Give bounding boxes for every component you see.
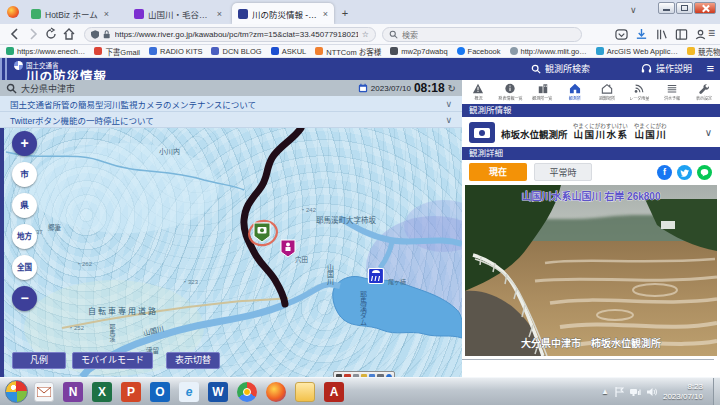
home-icon[interactable]: [62, 27, 76, 41]
sidebar-icon[interactable]: [675, 28, 688, 41]
tab-close-icon[interactable]: ×: [102, 9, 109, 19]
camera-image[interactable]: 山国川水系山国川 右岸 26k800 大分県中津市 柿坂水位観測所: [465, 185, 717, 356]
account-icon[interactable]: [694, 28, 707, 41]
tab-overflow-chevron-icon[interactable]: ∨: [630, 5, 637, 15]
station-summary-row[interactable]: 柿坂水位観測所山国川水系やまくにがわすいけい山国川やまくにがわ ∨: [462, 117, 720, 147]
scale-pref-button[interactable]: 県: [12, 193, 37, 218]
outlook-icon[interactable]: O: [150, 382, 170, 402]
area-search-input[interactable]: 大分県中津市: [21, 82, 358, 95]
menu-station-list[interactable]: 観測所一覧: [527, 80, 559, 104]
bookmark-star-icon[interactable]: ☆: [362, 30, 369, 39]
url-bar[interactable]: https://www.river.go.jp/kawabou/pc/tm?zm…: [84, 27, 376, 42]
url-text[interactable]: https://www.river.go.jp/kawabou/pc/tm?zm…: [115, 30, 358, 39]
forward-icon[interactable]: [26, 27, 40, 41]
chevron-down-icon[interactable]: ∨: [445, 115, 452, 125]
menu-icon[interactable]: ≡: [708, 26, 715, 40]
site-menu-icon[interactable]: ≡: [706, 61, 714, 76]
map-label-river: 山国川: [327, 263, 335, 285]
bookmark-item[interactable]: 下書Gmail: [94, 46, 140, 57]
scale-region-button[interactable]: 地方: [12, 224, 37, 249]
scale-nation-button[interactable]: 全国: [12, 255, 37, 280]
water-level-station-marker[interactable]: [281, 240, 295, 257]
mail-app-icon[interactable]: [34, 382, 54, 402]
mobile-mode-button[interactable]: モバイルモード: [72, 352, 153, 369]
zoom-out-button[interactable]: −: [12, 286, 37, 311]
bookmark-item[interactable]: NTTCom お客様: [315, 46, 381, 57]
powerpoint-icon[interactable]: P: [121, 382, 141, 402]
chevron-down-icon[interactable]: ∨: [705, 127, 712, 138]
firefox-icon[interactable]: [266, 382, 286, 402]
map-canvas[interactable]: 小川内 ・242 耶馬溪町大字柿坂 穴田 山国川 耶馬溪ダム 尾ヶ楠 自転車専用…: [0, 128, 462, 377]
scale-city-button[interactable]: 市: [12, 162, 37, 187]
browser-nav-bar: https://www.river.go.jp/kawabou/pc/tm?zm…: [0, 24, 720, 45]
network-icon[interactable]: [630, 387, 641, 397]
bookmark-item[interactable]: http://www.mlit.go…: [510, 47, 587, 56]
chrome-icon[interactable]: [237, 382, 257, 402]
calendar-icon[interactable]: [358, 83, 368, 93]
show-desktop-button[interactable]: [713, 378, 720, 405]
station-panel: 概況 発表情報一覧 観測所一覧 観測所 避難場所 レーダ雨量: [462, 80, 720, 377]
taskbar-clock[interactable]: 8:23 2023/07/10: [663, 382, 703, 402]
bookmark-item[interactable]: mw2p7dwabq: [390, 47, 447, 56]
minimize-button[interactable]: [658, 2, 675, 14]
new-tab-button[interactable]: +: [338, 6, 352, 20]
search-icon: [531, 64, 541, 74]
tray-expand-icon[interactable]: ▲: [601, 387, 609, 396]
display-toggle-button[interactable]: 表示切替: [166, 352, 220, 369]
bookmark-item[interactable]: ASKUL: [271, 47, 307, 56]
line-share-icon[interactable]: [697, 165, 712, 180]
menu-overview[interactable]: 概況: [462, 80, 494, 104]
help-button[interactable]: 操作説明: [641, 62, 692, 75]
back-icon[interactable]: [8, 27, 22, 41]
tab-yahoo-water-level[interactable]: 山国川・毛谷村川の水位情報 ×: [128, 3, 228, 24]
tab-current[interactable]: 現在: [469, 163, 527, 181]
word-icon[interactable]: W: [208, 382, 228, 402]
tab-kawabou-active[interactable]: 川の防災情報 - 国土交通省 : 川 ×: [232, 3, 334, 24]
menu-announcements[interactable]: 発表情報一覧: [494, 80, 526, 104]
firefox-logo-icon[interactable]: [7, 6, 19, 18]
tab-close-icon[interactable]: ×: [321, 9, 328, 19]
onenote-icon[interactable]: N: [63, 382, 83, 402]
menu-flood-forecast[interactable]: 洪水予報: [656, 80, 688, 104]
volume-icon[interactable]: [647, 387, 657, 397]
start-button[interactable]: [5, 380, 28, 403]
legend-button[interactable]: 凡例: [12, 352, 66, 369]
bookmark-item[interactable]: Facebook: [457, 47, 501, 56]
station-search-button[interactable]: 観測所検索: [531, 62, 590, 75]
reload-icon[interactable]: [44, 27, 58, 41]
camera-station-marker[interactable]: [254, 223, 270, 242]
tab-close-icon[interactable]: ×: [215, 9, 222, 19]
bookmark-item[interactable]: DCN BLOG: [211, 47, 261, 56]
excel-icon[interactable]: X: [92, 382, 112, 402]
facebook-share-icon[interactable]: f: [657, 165, 672, 180]
notice-twitter-suspend[interactable]: Twitterボタン機能の一時停止について ∨: [0, 112, 462, 128]
refresh-icon[interactable]: ↻: [448, 83, 456, 94]
action-center-flag-icon[interactable]: [615, 387, 624, 397]
pocket-icon[interactable]: [615, 28, 628, 41]
bookmark-item[interactable]: 競売物件: [687, 46, 720, 57]
bookmark-item[interactable]: ArcGIS Web Applic…: [596, 47, 678, 56]
twitter-share-icon[interactable]: [677, 165, 692, 180]
rainfall-station-marker[interactable]: [369, 269, 384, 284]
library-icon[interactable]: [655, 28, 668, 41]
download-icon[interactable]: [635, 28, 648, 41]
notice-camera-maintenance[interactable]: 国土交通省所管の簡易型河川監視カメラのメンテナンスについて ∨: [0, 96, 462, 112]
menu-station-current[interactable]: 観測所: [559, 80, 591, 104]
tab-hotbiz[interactable]: HotBiz ホーム ×: [25, 3, 121, 24]
lock-icon[interactable]: [103, 30, 110, 39]
menu-radar-rainfall[interactable]: レーダ雨量: [623, 80, 655, 104]
tab-normal[interactable]: 平常時: [534, 163, 592, 181]
shield-icon[interactable]: [91, 30, 99, 39]
zoom-in-button[interactable]: +: [12, 131, 37, 156]
menu-evacuation[interactable]: 避難場所: [591, 80, 623, 104]
maximize-button[interactable]: [676, 2, 693, 14]
internet-explorer-icon[interactable]: e: [179, 382, 199, 402]
acrobat-icon[interactable]: A: [324, 382, 344, 402]
chevron-down-icon[interactable]: ∨: [445, 99, 452, 109]
search-bar[interactable]: 検索: [382, 27, 582, 42]
file-explorer-icon[interactable]: [295, 382, 315, 402]
bookmark-item[interactable]: RADIO KITS: [149, 47, 203, 56]
close-button[interactable]: [694, 2, 716, 14]
bookmark-item[interactable]: https://www.enech…: [6, 47, 85, 56]
menu-display-settings[interactable]: 表示設定: [688, 80, 720, 104]
